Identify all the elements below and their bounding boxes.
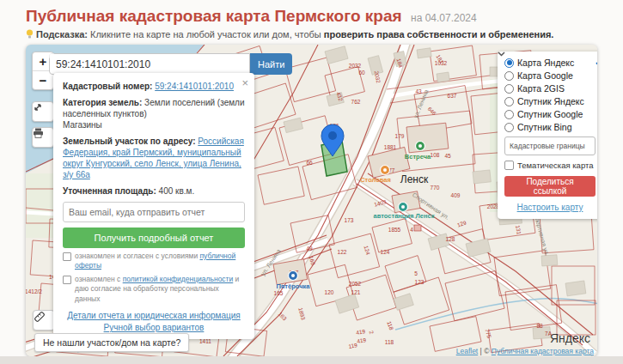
search-button-label: Найти xyxy=(258,59,284,70)
area-value: 400 кв.м. xyxy=(156,186,194,196)
layer-option-label: Спутник Яндекс xyxy=(517,96,584,106)
report-details-link[interactable]: Детали отчета и юридическая информация xyxy=(67,311,241,320)
cadnum-link[interactable]: 59:24:1410101:2010 xyxy=(155,82,234,91)
area-label: Уточненная площадь: xyxy=(63,186,156,196)
parcel-info-popup: × Кадастровый номер: 59:24:1410101:2010 … xyxy=(53,73,254,339)
search-button[interactable]: Найти xyxy=(250,53,292,75)
privacy-link[interactable]: политикой конфиденциальности xyxy=(123,275,234,283)
parcel-number: 121 xyxy=(351,289,361,295)
map-attribution: Leaflet | © Публичная кадастровая карта xyxy=(456,347,594,355)
address-label: Земельный участок по адресу: xyxy=(63,136,196,146)
radio-icon[interactable] xyxy=(504,123,514,132)
print-button[interactable] xyxy=(32,127,54,148)
parcel-number: 2032 xyxy=(349,63,362,69)
expand-icon xyxy=(33,102,43,112)
privacy-consent-row: ознакомлен с политикой конфиденциальност… xyxy=(63,275,245,304)
parcel-number: 173 xyxy=(345,217,354,223)
get-report-button[interactable]: Получить подробный отчет xyxy=(63,228,245,248)
poi-label: Пятёрочка xyxy=(277,282,311,290)
privacy-checkbox[interactable] xyxy=(63,276,71,284)
manual-select-link[interactable]: Ручной выбор вариантов xyxy=(104,323,205,332)
meeting-poi-icon-glyph xyxy=(418,144,422,148)
thematic-label: Тематическая карта xyxy=(517,161,593,170)
layer-option-label: Спутник Google xyxy=(517,109,583,119)
bus-station-poi-icon-glyph xyxy=(401,205,405,209)
leaflet-link[interactable]: Leaflet xyxy=(456,347,479,355)
radio-icon[interactable] xyxy=(504,84,514,94)
parcel-number: 108 xyxy=(431,152,440,158)
radio-icon[interactable] xyxy=(504,97,514,106)
layer-option-label: Карта Яндекс xyxy=(517,58,574,68)
parcel-number: 1881 xyxy=(384,144,397,150)
parcel-number: 2052 xyxy=(349,281,362,287)
privacy-consent-text: ознакомлен с политикой конфиденциальност… xyxy=(75,275,245,304)
cadnum-label: Кадастровый номер: xyxy=(63,82,152,91)
layer-option-label: Спутник Bing xyxy=(517,122,572,132)
layer-option-google-sat[interactable]: Спутник Google xyxy=(504,109,596,119)
parcel-number: 122 xyxy=(338,249,347,255)
poi-label: Встреча xyxy=(405,153,431,161)
email-field[interactable] xyxy=(63,202,245,222)
usage-value: Магазины xyxy=(63,120,102,130)
parcel-number: 4 xyxy=(410,227,413,233)
layers-panel: Карта Яндекс Карта Google Карта 2GIS Спу… xyxy=(498,52,597,219)
not-found-button[interactable]: Не нашли участок/дом на карте? xyxy=(34,333,189,352)
pkk-link[interactable]: Публичная кадастровая карта xyxy=(492,347,594,355)
parcel-number: 1411 xyxy=(199,338,211,344)
layer-option-label: Карта Google xyxy=(517,70,573,81)
parcel-number: 770 xyxy=(431,185,440,191)
poi-label: Столовая xyxy=(360,176,391,184)
parcel-number: 128 xyxy=(446,236,455,242)
share-link-button[interactable]: Поделиться ссылкой xyxy=(504,176,596,197)
parcel-number: 60 xyxy=(358,70,365,76)
measure-button[interactable] xyxy=(33,310,55,331)
chevron-down-icon xyxy=(498,52,505,57)
close-icon[interactable]: × xyxy=(241,76,248,89)
radio-icon[interactable] xyxy=(504,110,514,119)
layer-option-bing-sat[interactable]: Спутник Bing xyxy=(504,122,596,132)
fullscreen-button[interactable] xyxy=(32,101,54,122)
category-label: Категория земель: xyxy=(63,98,142,107)
layer-option-yandex-sat[interactable]: Спутник Яндекс xyxy=(504,96,596,106)
layer-option-yandex-map[interactable]: Карта Яндекс xyxy=(504,58,596,68)
page-title: Публичная кадастровая карта Пермского кр… xyxy=(26,7,402,25)
search-input[interactable] xyxy=(49,53,250,75)
offer-consent-text: ознакомлен и согласен с условиями публич… xyxy=(75,252,245,271)
boundaries-select-value: Кадастровые границы xyxy=(510,142,585,150)
ruler-icon xyxy=(34,311,46,323)
parcel-number: 409 xyxy=(451,192,461,198)
parcel-number: 165 xyxy=(274,290,284,296)
search-bar: Найти xyxy=(49,53,292,75)
hint-text: Кликните на карте на любой участок или д… xyxy=(88,29,324,39)
parcel-number: 762 xyxy=(351,99,361,105)
parcel-number: 1412/2 xyxy=(26,288,42,294)
layer-option-2gis-map[interactable]: Карта 2GIS xyxy=(504,83,596,94)
radio-icon[interactable] xyxy=(504,71,514,81)
parcel-number: 5 xyxy=(414,270,418,276)
offer-consent-row: ознакомлен и согласен с условиями публич… xyxy=(63,252,245,271)
page-header: Публичная кадастровая карта Пермского кр… xyxy=(26,7,477,26)
hint-label: Подсказка: xyxy=(36,29,88,39)
shop-poi-icon-glyph xyxy=(291,274,295,277)
thematic-checkbox[interactable] xyxy=(504,161,514,170)
radio-icon[interactable] xyxy=(504,58,514,68)
parcel-number: 120 xyxy=(325,289,334,295)
parcel-number: 1855 xyxy=(388,227,401,233)
parcel-number: 118 xyxy=(385,339,394,345)
lightbulb-icon xyxy=(26,29,34,41)
offer-checkbox[interactable] xyxy=(63,252,71,261)
boundaries-select[interactable]: Кадастровые границы xyxy=(504,136,596,155)
parcel-number: 45 xyxy=(444,153,451,159)
poi-label: автостанция Ленск xyxy=(374,212,435,220)
thematic-map-row[interactable]: Тематическая карта xyxy=(504,161,596,170)
parcel-number: 66 xyxy=(306,160,313,166)
parcel-number: 88 xyxy=(536,323,543,329)
parcel-number: 179 xyxy=(395,133,405,139)
parcel-number: 49 xyxy=(306,246,313,252)
layer-option-google-map[interactable]: Карта Google xyxy=(504,70,596,81)
map-canvas[interactable]: 2032602032184181103269743637646762432176… xyxy=(26,45,597,356)
customize-map-link[interactable]: Настроить карту xyxy=(504,203,596,212)
town-label: Ленск xyxy=(400,173,429,185)
hint-bar: Подсказка: Кликните на карте на любой уч… xyxy=(26,29,553,41)
bottom-strip xyxy=(0,356,623,364)
